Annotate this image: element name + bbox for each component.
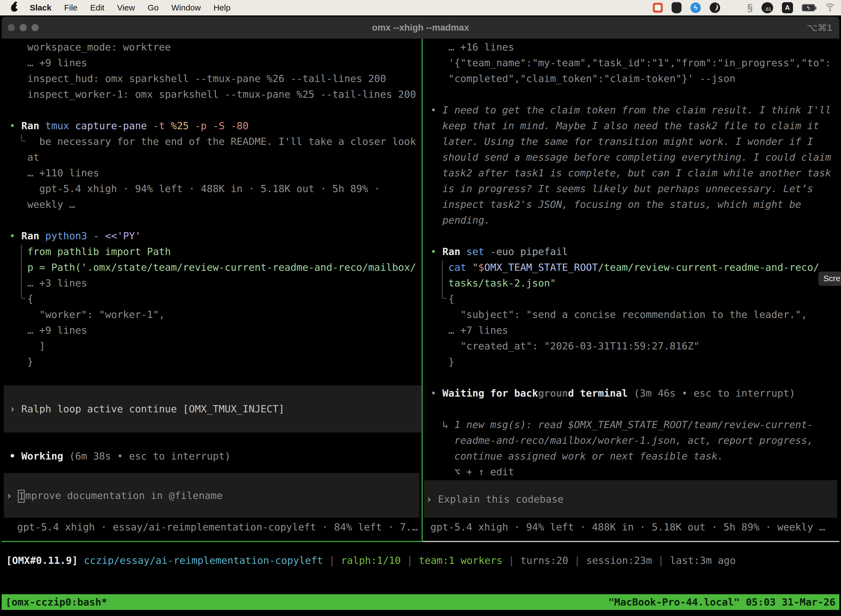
terminal-text: • xyxy=(431,246,442,257)
terminal-text: • xyxy=(431,387,442,399)
terminal-window: omx --xhigh --madmax ⌥⌘1 workspace_mode:… xyxy=(1,16,840,616)
terminal-text: p = Path('.omx/state/team/review-current… xyxy=(9,262,416,273)
prompt-input[interactable]: › Explain this codebase xyxy=(424,480,837,518)
terminal-line: be necessary for the end of the README. … xyxy=(9,133,422,149)
terminal-text: … +9 lines xyxy=(9,57,87,69)
terminal-line: weekly … xyxy=(9,197,422,212)
minimize-button[interactable] xyxy=(20,24,27,31)
terminal-line: } xyxy=(9,354,422,370)
terminal-text: • xyxy=(9,120,21,131)
close-button[interactable] xyxy=(8,24,15,31)
terminal-text: inspect task2's JSON, focusing on the st… xyxy=(431,199,801,210)
terminal-text: set xyxy=(466,246,490,257)
terminal-line: tasks/task-2.json" xyxy=(431,275,840,291)
menu-status-area: ϟ § ..61 A ϟ xyxy=(653,2,836,13)
menu-item-edit[interactable]: Edit xyxy=(90,3,105,12)
menu-item-slack[interactable]: Slack xyxy=(30,3,51,12)
terminal-text: /team/review-current-readme-and-reco/ xyxy=(598,262,819,273)
terminal-line: › Improve documentation in @filename xyxy=(6,488,223,503)
terminal-line: • Ran set -euo pipefail xyxy=(431,244,840,260)
blue-bolt-icon[interactable]: ϟ xyxy=(690,3,701,13)
terminal-line: cat "$OMX_TEAM_STATE_ROOT/team/review-cu… xyxy=(431,260,840,275)
pane-divider[interactable] xyxy=(422,39,423,542)
terminal-line: … +110 lines xyxy=(9,165,422,181)
grid-shield-icon[interactable] xyxy=(672,2,681,13)
terminal-text xyxy=(78,555,84,566)
terminal-text: "worker": "worker-1", xyxy=(9,309,165,320)
terminal-line: { xyxy=(431,291,840,307)
menu-items: Slack File Edit View Go Window Help xyxy=(30,3,230,12)
terminal-text: (6m 38s • esc to interrupt) xyxy=(69,450,231,462)
menu-item-window[interactable]: Window xyxy=(171,3,201,12)
terminal-text: " xyxy=(550,277,556,289)
terminal-text: -80 xyxy=(231,120,249,131)
terminal-text: be necessary for the end of the README. … xyxy=(9,136,416,147)
input-source-icon[interactable]: A xyxy=(782,2,793,13)
terminal-line: ↳ 1 new msg(s): read $OMX_TEAM_STATE_ROO… xyxy=(431,417,840,433)
badge-61-icon[interactable]: ..61 xyxy=(762,2,773,13)
terminal-text: I need to get the claim token from the c… xyxy=(442,104,831,116)
terminal-text: from pathlib import Path xyxy=(9,246,171,257)
window-shortcut-badge: ⌥⌘1 xyxy=(807,22,832,33)
terminal-text: workspace_mode: worktree xyxy=(9,41,171,53)
terminal-text: python3 xyxy=(45,230,93,242)
squiggle-icon[interactable]: § xyxy=(747,2,753,13)
terminal-text: should send a message before completing … xyxy=(431,151,831,163)
battery-icon[interactable]: ϟ xyxy=(802,4,815,11)
terminal-text: $ xyxy=(478,262,484,273)
prompt-input[interactable]: › Improve documentation in @filename xyxy=(4,473,419,518)
terminal-line: pending. xyxy=(431,212,840,228)
terminal-line: › Ralph loop active continue [OMX_TMUX_I… xyxy=(4,385,422,433)
terminal-text: } xyxy=(431,356,454,367)
active-pane-border xyxy=(1,541,422,542)
terminal-line xyxy=(9,433,422,448)
terminal-text: Ran xyxy=(21,230,45,242)
session-status-line: gpt-5.4 xhigh · 94% left · 488K in · 5.1… xyxy=(431,519,840,535)
terminal-text: "created_at": "2026-03-31T11:59:27.816Z" xyxy=(431,340,699,352)
terminal-text: "subject": "send a concise recommendatio… xyxy=(431,309,807,320)
terminal-text: session:23m xyxy=(586,555,652,566)
terminal-line: inspect task2's JSON, focusing on the st… xyxy=(431,197,840,212)
terminal-text: ↳ xyxy=(431,419,454,430)
terminal-text: at xyxy=(9,151,39,163)
terminal-line: … +7 lines xyxy=(431,322,840,338)
terminal-text: task2 after task1 is complete, but can I… xyxy=(431,167,831,179)
menu-item-view[interactable]: View xyxy=(117,3,135,12)
right-terminal-pane[interactable]: … +16 lines '{"team_name":"my-team","tas… xyxy=(423,39,840,541)
menu-item-help[interactable]: Help xyxy=(214,3,231,12)
terminal-text: Ran xyxy=(442,246,466,257)
terminal-text: | xyxy=(652,555,670,566)
window-title-bar[interactable]: omx --xhigh --madmax ⌥⌘1 xyxy=(1,16,840,39)
terminal-line: [OMX#0.11.9] cczip/essay/ai-reimplementa… xyxy=(6,553,835,568)
terminal-text: gpt-5.4 xhigh · 94% left · 488K in · 5.1… xyxy=(9,183,380,194)
dark-crescent-icon[interactable] xyxy=(710,3,720,13)
terminal-content: workspace_mode: worktree … +9 lines insp… xyxy=(1,39,840,616)
apple-icon[interactable] xyxy=(11,4,18,12)
terminal-line xyxy=(431,87,840,102)
tmux-status-bar: [omx-cczip0:bash* "MacBook-Pro-44.local"… xyxy=(1,594,840,610)
terminal-line: • I need to get the claim token from the… xyxy=(431,102,840,118)
terminal-line: continue assigned work or next feasible … xyxy=(431,448,840,464)
terminal-line: { xyxy=(9,291,422,307)
terminal-line: • Ran tmux capture-pane -t %25 -p -S -80 xyxy=(9,118,422,133)
terminal-text: groun xyxy=(538,387,568,399)
tool-call-guide xyxy=(21,135,25,141)
zoom-button[interactable] xyxy=(31,24,39,31)
terminal-text: pipefail xyxy=(520,246,568,257)
terminal-text: tasks/task-2.json xyxy=(448,277,550,289)
tmux-session-label: [omx-cczip0:bash* xyxy=(6,594,107,610)
terminal-line: … +9 lines xyxy=(9,55,422,70)
terminal-line: at xyxy=(9,149,422,165)
dots-grid-icon[interactable] xyxy=(729,3,738,12)
terminal-text: turns:20 xyxy=(520,555,568,566)
terminal-text: cczip/essay/ai-reimplementation-copyleft xyxy=(84,555,323,566)
wifi-icon[interactable] xyxy=(824,3,836,12)
terminal-text: %25 xyxy=(171,120,195,131)
screen-record-icon[interactable] xyxy=(653,3,663,13)
menu-item-go[interactable]: Go xyxy=(148,3,159,12)
terminal-text: • xyxy=(9,230,21,242)
left-terminal-pane[interactable]: workspace_mode: worktree … +9 lines insp… xyxy=(1,39,422,541)
menu-item-file[interactable]: File xyxy=(64,3,77,12)
omx-status-bar: [OMX#0.11.9] cczip/essay/ai-reimplementa… xyxy=(6,553,835,568)
terminal-line: "created_at": "2026-03-31T11:59:27.816Z" xyxy=(431,338,840,354)
